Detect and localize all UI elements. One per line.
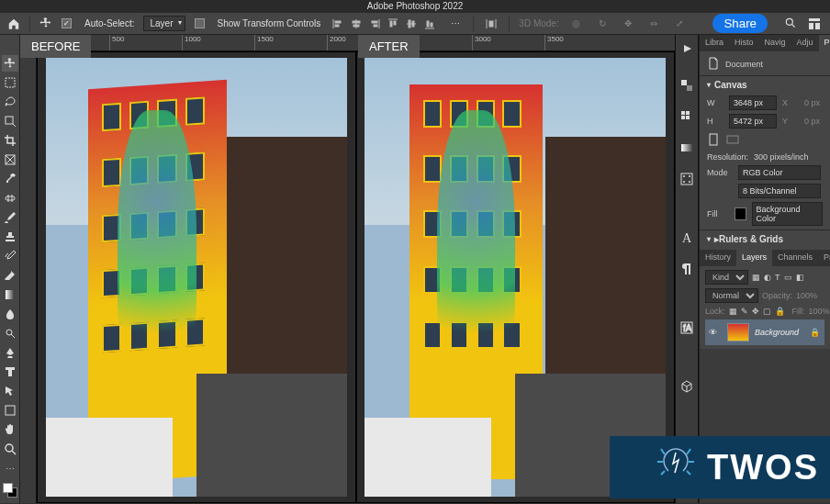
workspace-icon[interactable] <box>806 16 823 32</box>
lock-all-icon[interactable]: 🔒 <box>775 307 785 316</box>
history-brush-tool[interactable] <box>2 248 18 264</box>
more-options-icon[interactable]: ⋯ <box>447 16 464 32</box>
svg-rect-16 <box>427 21 429 27</box>
glyphs-panel-icon[interactable]: fA <box>679 319 695 336</box>
paragraph-panel-icon[interactable] <box>679 261 695 277</box>
align-left-icon[interactable] <box>330 16 346 32</box>
svg-point-49 <box>689 175 690 177</box>
path-selection-tool[interactable] <box>2 383 18 399</box>
align-bottom-icon[interactable] <box>421 16 438 32</box>
before-image <box>46 58 347 497</box>
lock-transparency-icon[interactable]: ▦ <box>729 307 737 316</box>
frame-tool[interactable] <box>2 151 18 168</box>
3d-panel-icon[interactable] <box>679 378 695 395</box>
svg-line-64 <box>661 449 665 454</box>
blur-tool[interactable] <box>2 306 18 322</box>
lock-position-icon[interactable]: ✥ <box>752 307 759 316</box>
tab-channels[interactable]: Channels <box>772 250 818 266</box>
lasso-tool[interactable] <box>2 94 18 110</box>
layer-kind-filter[interactable]: Kind <box>705 270 748 285</box>
blend-mode-dropdown[interactable]: Normal <box>705 288 758 303</box>
auto-select-mode-dropdown[interactable]: Layer <box>143 16 185 31</box>
eraser-tool[interactable] <box>2 267 18 284</box>
svg-rect-8 <box>374 25 377 27</box>
tab-paths[interactable]: Paths <box>818 250 830 266</box>
edit-toolbar[interactable]: ⋯ <box>2 460 18 476</box>
align-top-icon[interactable] <box>385 16 401 32</box>
layer-fill-value[interactable]: 100% <box>809 307 830 316</box>
layer-row-background[interactable]: 👁 Background 🔒 <box>705 319 824 345</box>
crop-tool[interactable] <box>2 132 18 149</box>
align-right-icon[interactable] <box>366 16 383 32</box>
stamp-tool[interactable] <box>2 229 18 245</box>
svg-rect-24 <box>809 23 813 29</box>
width-input[interactable] <box>729 95 777 110</box>
tab-history[interactable]: Histo <box>729 35 759 51</box>
filter-shape-icon[interactable]: ▭ <box>784 273 792 282</box>
rulers-grids-section[interactable]: ▸ Rulers & Grids <box>707 234 823 244</box>
tab-libraries[interactable]: Libra <box>700 35 729 51</box>
auto-select-checkbox[interactable] <box>62 18 72 28</box>
layer-fill-label: Fill: <box>792 307 805 316</box>
home-icon[interactable] <box>7 17 20 30</box>
tab-navigator[interactable]: Navig <box>759 35 791 51</box>
zoom-tool[interactable] <box>2 441 18 457</box>
move-tool[interactable] <box>2 55 18 72</box>
tab-layers[interactable]: Layers <box>736 250 772 266</box>
align-buttons <box>330 16 438 32</box>
align-center-h-icon[interactable] <box>348 16 365 32</box>
shape-tool[interactable] <box>2 402 18 419</box>
selection-tool[interactable] <box>2 113 18 129</box>
visibility-icon[interactable]: 👁 <box>709 328 722 337</box>
show-transform-checkbox[interactable] <box>195 18 205 28</box>
filter-pixel-icon[interactable]: ▦ <box>752 273 760 282</box>
document-label: Document <box>725 60 763 69</box>
tab-properties[interactable]: Properties <box>819 35 830 51</box>
color-swatch[interactable] <box>3 483 17 498</box>
svg-rect-45 <box>686 116 690 119</box>
filter-smart-icon[interactable]: ◧ <box>796 273 804 282</box>
tab-adjustments[interactable]: Adju <box>791 35 819 51</box>
ruler-mark: 500 <box>109 35 182 50</box>
type-tool[interactable] <box>2 364 18 380</box>
patterns-panel-icon[interactable] <box>679 171 695 187</box>
character-panel-icon[interactable]: A <box>679 230 695 246</box>
orientation-portrait-icon[interactable] <box>707 132 720 149</box>
brush-tool[interactable] <box>2 209 18 226</box>
distribute-icon[interactable] <box>483 16 499 32</box>
show-transform-label: Show Transform Controls <box>218 18 321 28</box>
hand-tool[interactable] <box>2 421 18 438</box>
canvas-section-title[interactable]: Canvas <box>707 80 823 90</box>
share-button[interactable]: Share <box>712 14 768 33</box>
svg-text:fA: fA <box>683 323 692 333</box>
fill-swatch[interactable] <box>735 207 746 220</box>
play-icon[interactable] <box>679 40 695 57</box>
gradient-tool[interactable] <box>2 286 18 303</box>
bits-dropdown[interactable]: 8 Bits/Channel <box>738 184 821 198</box>
pen-tool[interactable] <box>2 344 18 361</box>
resolution-value: 300 pixels/inch <box>754 152 809 162</box>
orientation-landscape-icon[interactable] <box>725 133 740 148</box>
color-panel-icon[interactable] <box>679 77 695 94</box>
lock-artboard-icon[interactable]: ▢ <box>763 307 771 316</box>
fill-dropdown[interactable]: Background Color <box>752 202 823 226</box>
swatches-panel-icon[interactable] <box>679 108 695 125</box>
gradients-panel-icon[interactable] <box>679 140 695 156</box>
align-center-v-icon[interactable] <box>403 16 420 32</box>
filter-adjustment-icon[interactable]: ◐ <box>764 273 771 282</box>
tab-history-2[interactable]: History <box>700 250 736 266</box>
dodge-tool[interactable] <box>2 325 18 342</box>
lock-pixels-icon[interactable]: ✎ <box>741 307 748 316</box>
opacity-value[interactable]: 100% <box>796 291 817 300</box>
height-input[interactable] <box>729 114 777 129</box>
healing-tool[interactable] <box>2 190 18 207</box>
marquee-tool[interactable] <box>2 74 18 91</box>
vertical-ruler <box>20 35 37 503</box>
filter-type-icon[interactable]: T <box>775 273 780 282</box>
eyedropper-tool[interactable] <box>2 171 18 187</box>
search-icon[interactable] <box>784 17 797 31</box>
svg-rect-26 <box>6 78 15 87</box>
canvas-before[interactable] <box>37 51 356 503</box>
mode-dropdown[interactable]: RGB Color <box>738 165 821 180</box>
lock-icon[interactable]: 🔒 <box>810 328 821 337</box>
